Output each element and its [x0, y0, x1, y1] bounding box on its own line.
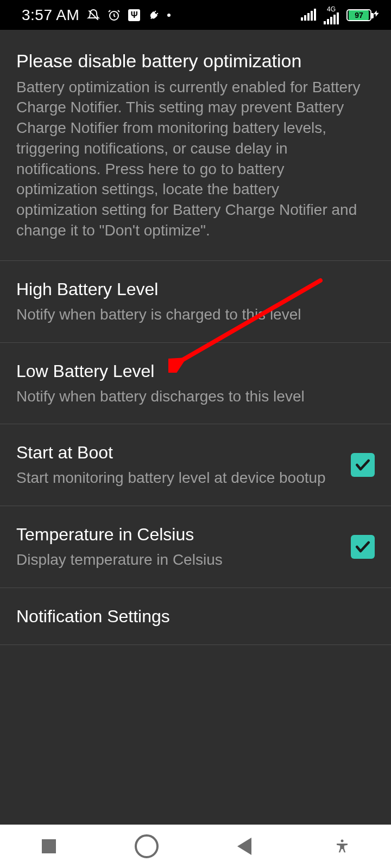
- charging-icon: [373, 8, 380, 23]
- svg-point-2: [341, 840, 344, 843]
- settings-list: Please disable battery optimization Batt…: [0, 30, 391, 825]
- navigation-bar: [0, 825, 391, 868]
- item-subtitle: Notify when battery discharges to this l…: [16, 386, 362, 407]
- item-subtitle: Battery optimization is currently enable…: [16, 77, 362, 241]
- item-title: High Battery Level: [16, 278, 362, 300]
- dnd-icon: [87, 9, 100, 22]
- item-title: Start at Boot: [16, 442, 338, 463]
- checkbox-temperature-celsius[interactable]: [351, 535, 375, 559]
- clock: 3:57 AM: [22, 7, 79, 24]
- item-subtitle: Start monitoring battery level at device…: [16, 468, 338, 488]
- item-low-battery[interactable]: Low Battery Level Notify when battery di…: [0, 343, 391, 425]
- battery-indicator: 97: [346, 8, 380, 23]
- nav-home-button[interactable]: [114, 830, 179, 863]
- checkbox-start-at-boot[interactable]: [351, 453, 375, 477]
- item-title: Temperature in Celsius: [16, 524, 338, 545]
- item-title: Low Battery Level: [16, 360, 362, 382]
- item-high-battery[interactable]: High Battery Level Notify when battery i…: [0, 261, 391, 343]
- item-temperature-celsius[interactable]: Temperature in Celsius Display temperatu…: [0, 506, 391, 588]
- status-bar: 3:57 AM Ψ 4G 97: [0, 0, 391, 30]
- alarm-icon: [108, 9, 121, 22]
- dot-icon: [167, 14, 171, 17]
- item-subtitle: Notify when battery is charged to this l…: [16, 304, 362, 325]
- item-start-at-boot[interactable]: Start at Boot Start monitoring battery l…: [0, 424, 391, 506]
- mobile-data-icon: 4G: [324, 6, 339, 24]
- nav-accessibility-button[interactable]: [310, 830, 375, 863]
- item-title: Notification Settings: [16, 605, 362, 627]
- status-right: 4G 97: [301, 6, 380, 24]
- signal-icon: [301, 10, 316, 21]
- nav-recent-button[interactable]: [16, 830, 81, 863]
- battery-percent: 97: [348, 10, 370, 20]
- item-subtitle: Display temperature in Celsius: [16, 550, 338, 570]
- plug-icon: [148, 9, 160, 21]
- status-left: 3:57 AM Ψ: [22, 7, 171, 24]
- item-title: Please disable battery optimization: [16, 49, 362, 73]
- item-disable-optimization[interactable]: Please disable battery optimization Batt…: [0, 30, 391, 261]
- nav-back-button[interactable]: [212, 830, 277, 863]
- item-notification-settings[interactable]: Notification Settings: [0, 588, 391, 645]
- usb-icon: Ψ: [128, 9, 140, 21]
